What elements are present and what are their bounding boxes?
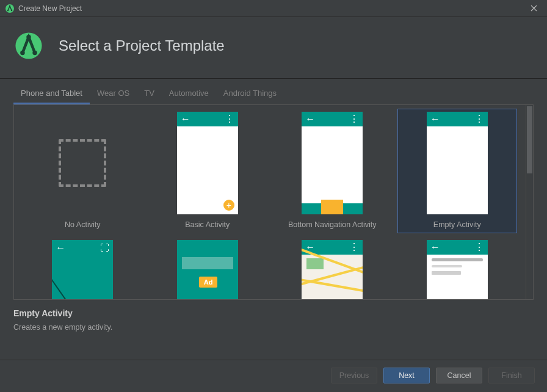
template-master-detail-activity[interactable]: ← ⋮ [397,237,518,299]
cancel-button[interactable]: Cancel [436,368,482,383]
overflow-menu-icon: ⋮ [474,114,484,124]
tab-tv[interactable]: TV [137,85,162,104]
template-label: Basic Activity [185,220,230,230]
template-preview: ← ⋮ [302,112,363,214]
template-grid-scrollbar[interactable] [526,105,533,299]
tab-wear-os[interactable]: Wear OS [90,85,137,104]
template-bottom-navigation-activity[interactable]: ← ⋮ Bottom Navigation Activity [272,109,393,233]
template-preview: ← ⋮ [427,240,488,299]
dashed-box-icon [59,139,106,187]
template-google-maps-activity[interactable]: ← ⋮ [272,237,393,299]
template-grid-scroll[interactable]: No Activity ← ⋮ + Basic Activity ← ⋮ [14,105,526,299]
ad-badge-icon: Ad [199,277,218,288]
template-preview: ← ⛶ [52,240,113,299]
template-label: Empty Activity [433,220,481,230]
scrollbar-thumb[interactable] [527,106,532,173]
fab-icon: + [223,200,234,211]
device-tabs: Phone and Tablet Wear OS TV Automotive A… [0,79,547,104]
fullscreen-expand-icon: ⛶ [100,242,109,253]
window-close-button[interactable] [525,0,542,17]
list-placeholder-icon [432,258,483,275]
window-titlebar: Create New Project [0,0,547,17]
template-no-activity[interactable]: No Activity [23,109,143,233]
page-title: Select a Project Template [59,37,225,54]
template-fullscreen-activity[interactable]: ← ⛶ [23,237,143,299]
back-arrow-icon: ← [181,114,190,124]
page-header: Select a Project Template [0,17,547,79]
svg-point-7 [26,35,31,39]
template-label: No Activity [65,220,100,230]
template-basic-activity[interactable]: ← ⋮ + Basic Activity [148,109,268,233]
svg-point-2 [11,9,12,10]
svg-point-6 [32,51,37,55]
svg-point-5 [20,51,24,55]
overflow-menu-icon: ⋮ [225,114,234,124]
svg-point-1 [7,9,9,10]
svg-point-3 [9,5,10,6]
selected-template-info: Empty Activity Creates a new empty activ… [0,300,547,335]
tab-phone-and-tablet[interactable]: Phone and Tablet [13,85,90,104]
template-preview [52,112,113,214]
template-preview: ← ⋮ [427,112,488,214]
android-studio-logo-icon [5,4,15,13]
template-empty-activity[interactable]: ← ⋮ Empty Activity [397,109,518,233]
back-arrow-icon: ← [430,242,440,252]
selected-template-name: Empty Activity [13,308,534,318]
finish-button[interactable]: Finish [488,368,535,383]
template-label: Bottom Navigation Activity [288,220,377,230]
selected-template-description: Creates a new empty activity. [13,323,534,332]
template-preview: ← ⋮ + [177,112,238,214]
template-preview: ← ⋮ Ad [177,240,238,299]
next-button[interactable]: Next [383,368,430,383]
tab-automotive[interactable]: Automotive [162,85,216,104]
overflow-menu-icon: ⋮ [474,242,484,252]
back-arrow-icon: ← [305,114,315,124]
tab-android-things[interactable]: Android Things [216,85,284,104]
overflow-menu-icon: ⋮ [349,242,359,252]
previous-button[interactable]: Previous [331,368,377,383]
window-title: Create New Project [18,4,82,13]
close-icon [531,5,537,12]
back-arrow-icon: ← [56,242,65,253]
overflow-menu-icon: ⋮ [349,114,359,124]
template-grid-container: No Activity ← ⋮ + Basic Activity ← ⋮ [13,104,534,300]
android-studio-logo-icon [15,32,43,60]
wizard-footer: Previous Next Cancel Finish [0,360,547,392]
template-admob-ads-activity[interactable]: ← ⋮ Ad [148,237,268,299]
ad-banner-bg-icon [182,257,233,269]
back-arrow-icon: ← [430,114,440,124]
bottom-nav-selected-icon [321,200,343,214]
template-preview: ← ⋮ [302,240,363,299]
